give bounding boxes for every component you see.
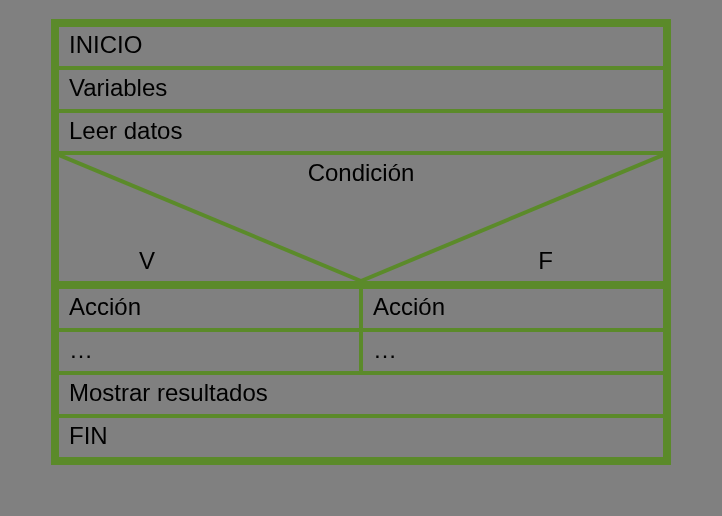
branch-true-accion-label: Acción [69,293,141,320]
row-variables-label: Variables [69,74,167,101]
branch-false-accion-label: Acción [373,293,445,320]
row-fin-label: FIN [69,422,108,449]
condition-label: Condición [59,159,663,187]
row-inicio: INICIO [55,23,667,70]
row-variables: Variables [55,66,667,113]
condition-block: Condición V F [55,151,667,285]
branch-row-1: Acción Acción [55,285,667,332]
branch-true-etc: … [55,328,363,375]
row-mostrar-label: Mostrar resultados [69,379,268,406]
row-mostrar: Mostrar resultados [55,371,667,418]
branch-false-etc: … [359,328,667,375]
branch-false-etc-label: … [373,336,397,363]
branch-false-accion: Acción [359,285,667,332]
branch-true-etc-label: … [69,336,93,363]
row-fin: FIN [55,414,667,461]
branch-true-accion: Acción [55,285,363,332]
row-leer-datos: Leer datos [55,109,667,156]
row-leer-label: Leer datos [69,117,182,144]
nassi-shneiderman-diagram: INICIO Variables Leer datos Condición V … [51,19,671,465]
condition-false-label: F [538,247,553,275]
branch-row-2: … … [55,328,667,375]
row-inicio-label: INICIO [69,31,142,58]
condition-true-label: V [139,247,155,275]
